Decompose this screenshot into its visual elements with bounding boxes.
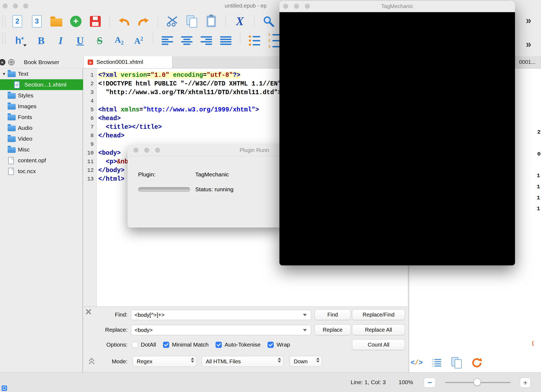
align-right-button[interactable] xyxy=(197,32,216,49)
inspect-code-icon[interactable]: </> xyxy=(410,357,423,369)
align-center-icon xyxy=(181,36,193,45)
minimal-match-checkbox[interactable] xyxy=(163,342,169,348)
refresh-icon[interactable] xyxy=(471,357,483,369)
book-browser-tree: ▼TextSection...1.xhtmlStylesImagesFontsA… xyxy=(0,68,83,372)
direction-select[interactable]: Down xyxy=(290,356,322,367)
mode-select[interactable]: Regex xyxy=(133,356,197,367)
subscript-icon: A2 xyxy=(115,35,123,45)
align-justify-button[interactable] xyxy=(216,32,236,49)
dialog-minimize-button[interactable] xyxy=(144,148,149,153)
undo-button[interactable] xyxy=(114,13,134,29)
tab-label: Section0001.xhtml xyxy=(96,59,143,65)
undo-icon xyxy=(118,15,130,27)
replace-all-button[interactable]: Replace All xyxy=(352,324,405,335)
delete-button[interactable]: X xyxy=(230,13,250,29)
toolbar-handle[interactable] xyxy=(2,32,5,44)
replace-history-dropdown-icon[interactable] xyxy=(303,329,307,331)
format-toolbar-overflow-icon[interactable]: » xyxy=(526,39,531,49)
list-view-icon[interactable] xyxy=(431,357,443,369)
strikethrough-button[interactable]: S xyxy=(90,32,109,49)
folder-icon xyxy=(8,93,16,99)
heading-style-button[interactable]: h* xyxy=(8,32,31,49)
align-right-icon xyxy=(201,36,212,45)
dotall-checkbox[interactable] xyxy=(132,342,138,348)
wrap-label: Wrap xyxy=(276,341,290,348)
tagmechanic-title: TagMechanic xyxy=(279,3,515,9)
tree-folder-styles[interactable]: Styles xyxy=(0,90,83,101)
save-icon xyxy=(90,16,101,27)
files-select[interactable]: All HTML Files xyxy=(202,356,283,367)
find-button[interactable] xyxy=(259,13,278,29)
plugin-progress-bar xyxy=(138,187,190,192)
cut-icon xyxy=(166,15,178,27)
copy-page-icon[interactable] xyxy=(451,357,463,369)
underline-button[interactable]: U xyxy=(70,32,90,49)
open-book-button[interactable] xyxy=(47,13,66,29)
tree-folder-video[interactable]: Video xyxy=(0,133,83,144)
tree-item-label: toc.ncx xyxy=(18,168,36,174)
subscript-button[interactable]: A2 xyxy=(109,32,129,49)
chevron-down-icon xyxy=(23,44,27,47)
wrap-checkbox[interactable] xyxy=(268,342,274,348)
bold-icon: B xyxy=(38,35,44,46)
options-row: DotAllMinimal MatchAuto-TokeniseWrap xyxy=(132,341,294,348)
tree-item-label: Section...1.xhtml xyxy=(24,81,66,88)
expand-panel-icon[interactable] xyxy=(90,359,94,365)
count-all-button[interactable]: Count All xyxy=(352,339,405,350)
copy-icon xyxy=(186,15,197,27)
replace-find-button[interactable]: Replace/Find xyxy=(352,309,405,320)
zoom-out-button[interactable]: − xyxy=(424,378,436,388)
cut-button[interactable] xyxy=(162,13,182,29)
toolbar-overflow-icon[interactable]: » xyxy=(526,16,531,25)
find-history-dropdown-icon[interactable] xyxy=(303,314,307,316)
line-number: 8 xyxy=(83,131,96,140)
align-center-button[interactable] xyxy=(177,32,197,49)
paste-button[interactable] xyxy=(201,13,221,29)
new-epub2-button[interactable]: 2 xyxy=(8,13,27,29)
copy-button[interactable] xyxy=(182,13,201,29)
tab-section0001[interactable]: × Section0001.xhtml xyxy=(84,56,172,68)
toolbar-handle[interactable] xyxy=(2,16,5,27)
zoom-in-button[interactable]: + xyxy=(520,378,531,388)
dialog-zoom-button[interactable] xyxy=(155,148,160,153)
find-input[interactable] xyxy=(131,310,311,320)
tree-folder-text[interactable]: ▼Text xyxy=(0,68,83,79)
redo-button[interactable] xyxy=(134,13,153,29)
tagmechanic-content[interactable] xyxy=(279,12,515,265)
files-select-value: All HTML Files xyxy=(206,358,241,365)
book-browser-title: Book Browser xyxy=(0,59,83,65)
replace-button[interactable]: Replace xyxy=(314,324,351,335)
bold-button[interactable]: B xyxy=(31,32,51,49)
tree-file-toc-ncx[interactable]: toc.ncx xyxy=(0,166,83,177)
tree-folder-audio[interactable]: Audio xyxy=(0,123,83,133)
expander-icon[interactable]: ▼ xyxy=(2,72,6,76)
plugin-runner-dialog: Plugin Runn Plugin: TagMechanic Status: … xyxy=(128,145,283,228)
tree-folder-misc[interactable]: Misc xyxy=(0,144,83,155)
find-button[interactable]: Find xyxy=(314,309,351,320)
auto-tokenise-checkbox[interactable] xyxy=(216,342,222,348)
superscript-button[interactable]: A2 xyxy=(129,32,148,49)
status-bar: Line: 1, Col: 3 100% − + xyxy=(0,372,541,392)
add-existing-files-button[interactable]: + xyxy=(66,13,86,29)
dialog-close-button[interactable] xyxy=(133,148,138,153)
tree-folder-images[interactable]: Images xyxy=(0,101,83,112)
line-number: 13 xyxy=(83,175,96,183)
save-button[interactable] xyxy=(86,13,105,29)
italic-button[interactable]: I xyxy=(51,32,70,49)
tree-file-content-opf[interactable]: content.opf xyxy=(0,155,83,166)
toolbar-separator xyxy=(153,32,153,44)
clipped-text-fragment: 1 xyxy=(537,184,540,190)
replace-label: Replace: xyxy=(84,327,128,333)
align-left-button[interactable] xyxy=(158,32,177,49)
italic-icon: I xyxy=(59,35,63,46)
tree-folder-fonts[interactable]: Fonts xyxy=(0,112,83,123)
toolbar-separator xyxy=(158,16,158,27)
bullet-list-icon xyxy=(249,35,260,46)
zoom-slider-handle[interactable] xyxy=(474,378,481,386)
new-epub3-button[interactable]: 3 xyxy=(27,13,47,29)
tree-file-section0001[interactable]: Section...1.xhtml xyxy=(0,79,83,90)
delete-icon: X xyxy=(236,15,244,27)
tab-close-icon[interactable]: × xyxy=(88,60,93,65)
bullet-list-button[interactable] xyxy=(245,32,264,49)
replace-input[interactable] xyxy=(131,325,311,335)
